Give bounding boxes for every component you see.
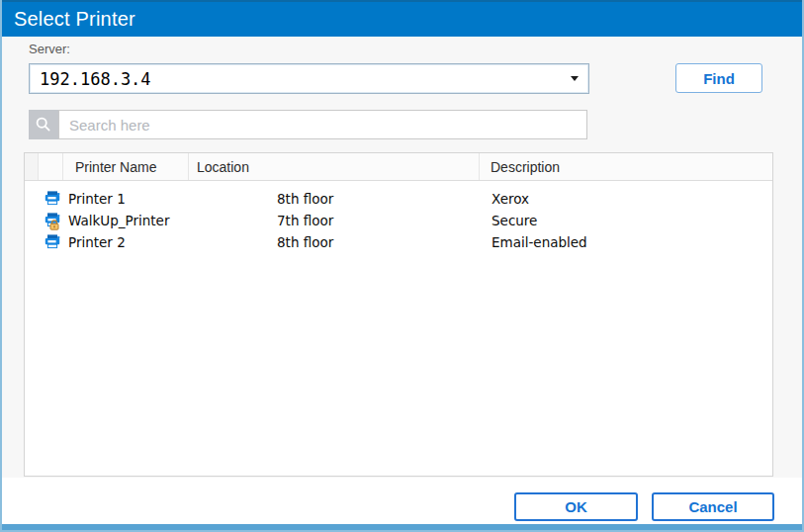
search-icon-box[interactable] [29, 110, 58, 139]
printer-icon [45, 190, 60, 206]
table-body: Printer 1 8th floor Xerox [25, 181, 772, 253]
column-header-location[interactable]: Location [189, 153, 480, 180]
printer-description: Email-enabled [491, 234, 587, 250]
column-header-select[interactable] [25, 153, 39, 180]
printer-icon [45, 212, 60, 227]
printer-icon [45, 233, 60, 249]
bottom-accent-strip [2, 524, 802, 530]
column-header-printer-name[interactable]: Printer Name [63, 153, 189, 180]
printer-row[interactable]: Printer 1 8th floor Xerox [25, 188, 772, 210]
search-input[interactable] [58, 110, 587, 139]
printer-location: 7th floor [277, 213, 333, 228]
server-combobox[interactable]: 192.168.3.4 [29, 63, 589, 94]
ok-button[interactable]: OK [514, 492, 638, 521]
table-header: Printer Name Location Description [25, 153, 772, 181]
search-bar [29, 110, 587, 139]
column-header-description[interactable]: Description [480, 153, 772, 180]
printer-row[interactable]: Printer 2 8th floor Email-enabled [25, 231, 772, 253]
printer-description: Secure [491, 213, 537, 228]
chevron-down-icon[interactable] [571, 76, 579, 81]
cancel-button[interactable]: Cancel [652, 492, 774, 521]
printer-table: Printer Name Location Description [24, 152, 773, 477]
footer-band: OK Cancel [2, 478, 802, 525]
server-address-value: 192.168.3.4 [40, 69, 571, 89]
printer-location: 8th floor [277, 191, 333, 207]
printer-name: WalkUp_Printer [68, 213, 169, 228]
dialog-title: Select Printer [14, 8, 135, 31]
printer-name: Printer 1 [68, 191, 126, 207]
printer-name: Printer 2 [68, 234, 126, 250]
printer-description: Xerox [491, 191, 529, 207]
server-label: Server: [29, 42, 70, 56]
column-header-icon[interactable] [39, 153, 63, 180]
select-printer-dialog: Select Printer Server: 192.168.3.4 Find … [0, 0, 804, 532]
printer-location: 8th floor [277, 234, 333, 250]
search-icon [35, 116, 52, 133]
lock-icon [49, 220, 59, 230]
find-button[interactable]: Find [675, 63, 762, 93]
printer-row[interactable]: WalkUp_Printer 7th floor Secure [25, 210, 772, 231]
titlebar: Select Printer [2, 0, 802, 37]
